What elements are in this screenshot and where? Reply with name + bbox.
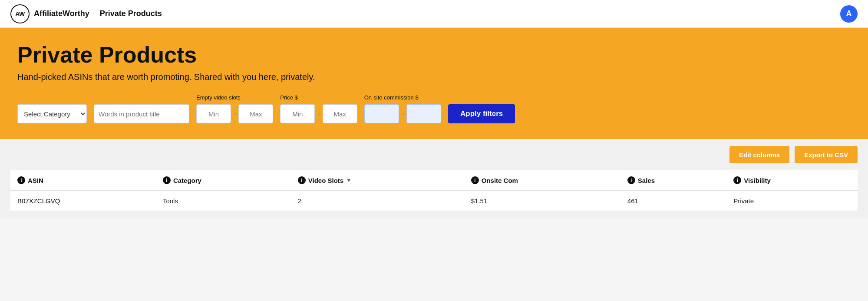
price-filter-group: Price $ - bbox=[280, 94, 357, 123]
logo-icon: AW bbox=[10, 4, 30, 23]
cell-video-slots: 2 bbox=[291, 191, 464, 211]
hero-subtitle: Hand-picked ASINs that are worth promoti… bbox=[17, 72, 851, 82]
user-avatar[interactable]: A bbox=[840, 5, 858, 23]
onsite-max-input[interactable]: 2 bbox=[406, 104, 441, 123]
price-range-dash: - bbox=[317, 110, 320, 118]
table-header: i ASIN i Category i Video Slots ▼ bbox=[10, 170, 858, 191]
col-category: i Category bbox=[156, 170, 291, 191]
onsite-filter-group: On-site commission $ 1.5 - 2 bbox=[364, 94, 441, 123]
logo-area: AW AffiliateWorthy bbox=[10, 4, 89, 23]
category-filter-group: Select CategoryToolsElectronicsHome & Ga… bbox=[17, 104, 87, 123]
col-onsite-com: i Onsite Com bbox=[464, 170, 620, 191]
price-label: Price $ bbox=[280, 94, 357, 101]
cell-sales: 461 bbox=[620, 191, 727, 211]
hero-title: Private Products bbox=[17, 42, 851, 68]
video-min-input[interactable] bbox=[196, 104, 231, 123]
video-slots-label: Empty video slots bbox=[196, 94, 273, 101]
cell-visibility: Private bbox=[726, 191, 858, 211]
video-slots-range: - bbox=[196, 104, 273, 123]
col-sales: i Sales bbox=[620, 170, 727, 191]
price-max-input[interactable] bbox=[323, 104, 357, 123]
sales-info-icon[interactable]: i bbox=[627, 176, 635, 184]
video-slots-sort-icon: ▼ bbox=[346, 177, 351, 183]
col-asin: i ASIN bbox=[10, 170, 156, 191]
price-min-input[interactable] bbox=[280, 104, 315, 123]
apply-filters-button[interactable]: Apply filters bbox=[448, 104, 515, 123]
top-nav: AW AffiliateWorthy Private Products A bbox=[0, 0, 868, 28]
col-visibility: i Visibility bbox=[726, 170, 858, 191]
filters-row: Select CategoryToolsElectronicsHome & Ga… bbox=[17, 94, 851, 123]
edit-columns-button[interactable]: Edit columns bbox=[729, 146, 789, 163]
table-actions: Edit columns Export to CSV bbox=[10, 146, 858, 163]
video-slots-filter-group: Empty video slots - bbox=[196, 94, 273, 123]
words-filter-group bbox=[94, 104, 189, 123]
onsite-range: 1.5 - 2 bbox=[364, 104, 441, 123]
words-input[interactable] bbox=[94, 104, 189, 123]
visibility-info-icon[interactable]: i bbox=[733, 176, 741, 184]
video-max-input[interactable] bbox=[238, 104, 273, 123]
app-name: AffiliateWorthy bbox=[34, 9, 89, 18]
onsite-min-input[interactable]: 1.5 bbox=[364, 104, 399, 123]
export-csv-button[interactable]: Export to CSV bbox=[795, 146, 858, 163]
table-body: B07XZCLGVQ Tools 2 $1.51 461 Private bbox=[10, 191, 858, 211]
category-select[interactable]: Select CategoryToolsElectronicsHome & Ga… bbox=[17, 104, 87, 123]
onsite-label: On-site commission $ bbox=[364, 94, 441, 101]
onsite-range-dash: - bbox=[402, 110, 404, 118]
asin-info-icon[interactable]: i bbox=[17, 176, 25, 184]
onsite-info-icon[interactable]: i bbox=[471, 176, 479, 184]
table-section: Edit columns Export to CSV i ASIN i Cate… bbox=[0, 139, 868, 218]
hero-banner: Private Products Hand-picked ASINs that … bbox=[0, 28, 868, 139]
price-range: - bbox=[280, 104, 357, 123]
cell-asin: B07XZCLGVQ bbox=[10, 191, 156, 211]
col-video-slots[interactable]: i Video Slots ▼ bbox=[291, 170, 464, 191]
category-info-icon[interactable]: i bbox=[163, 176, 171, 184]
cell-onsite-com: $1.51 bbox=[464, 191, 620, 211]
asin-link[interactable]: B07XZCLGVQ bbox=[17, 197, 60, 205]
nav-page-title: Private Products bbox=[100, 9, 162, 18]
video-range-dash: - bbox=[234, 110, 236, 118]
video-slots-info-icon[interactable]: i bbox=[298, 176, 306, 184]
table-row: B07XZCLGVQ Tools 2 $1.51 461 Private bbox=[10, 191, 858, 211]
products-table: i ASIN i Category i Video Slots ▼ bbox=[10, 170, 858, 211]
cell-category: Tools bbox=[156, 191, 291, 211]
